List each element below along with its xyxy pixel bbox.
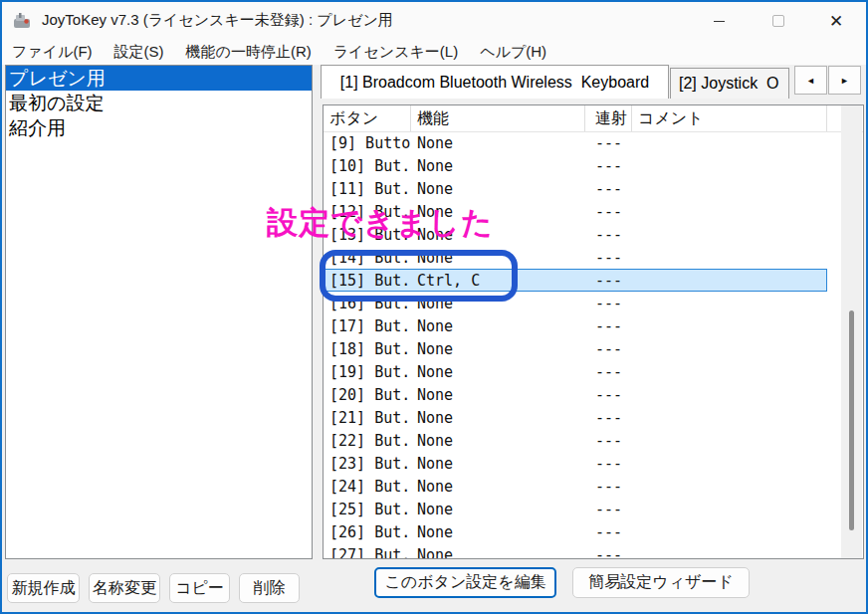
cell-turbo: --- [585,157,632,175]
tab-scroll-left-button[interactable]: ◄ [794,66,827,95]
table-row[interactable]: [26] But...None--- [324,520,827,543]
copy-profile-button[interactable]: コピー [169,573,230,603]
table-row[interactable]: [18] But...None--- [324,337,827,360]
table-row[interactable]: [17] But...None--- [324,314,827,337]
minimize-icon [714,21,725,22]
minimize-button[interactable] [693,2,745,40]
tab-device-2[interactable]: [2] Joystick O [670,68,789,99]
app-icon [12,11,34,31]
app-window: JoyToKey v7.3 (ライセンスキー未登録) : プレゼン用 ✕ ファイ… [0,0,868,614]
cell-function: None [411,501,585,518]
cell-button: [20] But... [324,386,411,404]
maximize-button[interactable] [753,2,804,40]
arrow-left-icon: ◄ [806,76,815,86]
menu-pause[interactable]: 機能の一時停止(R) [186,43,312,62]
close-icon: ✕ [829,13,843,30]
cell-turbo: --- [585,432,632,450]
table-row[interactable]: [9] ButtonNone--- [324,131,827,154]
table-header: ボタン 機能 連射 コメント [324,105,863,132]
cell-turbo: --- [585,386,632,404]
table-row[interactable]: [22] But...None--- [324,429,827,452]
cell-turbo: --- [585,546,632,559]
cell-turbo: --- [585,203,632,221]
cell-function: None [411,340,585,358]
table-row[interactable]: [11] But...None--- [324,177,827,200]
cell-button: [19] But... [324,363,411,381]
scrollbar-thumb[interactable] [849,310,854,530]
cell-function: None [411,317,585,335]
profile-item-intro[interactable]: 紹介用 [6,115,312,140]
cell-function: None [411,546,585,559]
cell-turbo: --- [585,363,632,381]
title-bar: JoyToKey v7.3 (ライセンスキー未登録) : プレゼン用 ✕ [2,2,866,40]
vertical-scrollbar[interactable] [841,105,862,558]
header-function[interactable]: 機能 [411,105,585,131]
rename-profile-button[interactable]: 名称変更 [89,573,160,603]
arrow-right-icon: ► [840,76,849,86]
cell-function: None [411,180,585,198]
menu-license[interactable]: ライセンスキー(L) [333,43,458,62]
cell-turbo: --- [585,478,632,496]
table-row[interactable]: [10] But...None--- [324,154,827,177]
menu-bar: ファイル(F) 設定(S) 機能の一時停止(R) ライセンスキー(L) ヘルプ(… [2,40,866,65]
close-button[interactable]: ✕ [810,2,862,40]
cell-button: [22] But... [324,432,411,450]
cell-turbo: --- [585,455,632,473]
cell-button: [27] But... [324,546,411,559]
table-row[interactable]: [25] But...None--- [324,498,827,520]
cell-turbo: --- [585,340,632,358]
table-row[interactable]: [23] But...None--- [324,452,827,475]
table-body: [9] ButtonNone---[10] But...None---[11] … [324,131,842,558]
cell-function: None [411,432,585,450]
profile-item-presentation[interactable]: プレゼン用 [6,66,312,91]
new-profile-button[interactable]: 新規作成 [7,573,80,603]
cell-turbo: --- [585,409,632,427]
cell-button: [18] But... [324,340,411,358]
cell-turbo: --- [585,317,632,335]
header-button[interactable]: ボタン [324,105,411,131]
delete-profile-button[interactable]: 削除 [239,573,300,603]
profile-listbox: プレゼン用 最初の設定 紹介用 [5,65,313,559]
cell-function: None [411,157,585,175]
table-row[interactable]: [27] But...None--- [324,543,827,558]
cell-button: [24] But... [324,478,411,496]
cell-button: [10] But... [324,157,411,175]
cell-turbo: --- [585,272,632,290]
quick-setup-wizard-button[interactable]: 簡易設定ウィザード [572,567,750,598]
cell-button: [25] But... [324,501,411,518]
tab-device-1[interactable]: [1] Broadcom Bluetooth Wireless Keyboard [321,65,669,99]
cell-turbo: --- [585,295,632,312]
callout-text: 設定できました [267,202,494,244]
cell-turbo: --- [585,134,632,152]
menu-file[interactable]: ファイル(F) [12,43,93,62]
table-row[interactable]: [19] But...None--- [324,360,827,383]
menu-settings[interactable]: 設定(S) [114,43,164,62]
maximize-icon [772,15,784,27]
cell-button: [21] But... [324,409,411,427]
header-turbo[interactable]: 連射 [585,105,632,131]
cell-button: [26] But... [324,523,411,541]
button-mapping-table: ボタン 機能 連射 コメント [9] ButtonNone---[10] But… [323,104,864,559]
cell-button: [17] But... [324,317,411,335]
cell-turbo: --- [585,226,632,244]
cell-function: None [411,455,585,473]
table-row[interactable]: [20] But...None--- [324,383,827,406]
tab-scroll-right-button[interactable]: ► [828,66,861,95]
edit-button-setting-button[interactable]: このボタン設定を編集 [374,567,556,598]
menu-help[interactable]: ヘルプ(H) [480,43,546,62]
table-row[interactable]: [21] But...None--- [324,406,827,429]
cell-button: [11] But... [324,180,411,198]
cell-button: [9] Button [324,134,411,152]
cell-function: None [411,409,585,427]
highlight-box [320,250,518,302]
cell-function: None [411,523,585,541]
table-row[interactable]: [24] But...None--- [324,475,827,498]
profile-item-initial[interactable]: 最初の設定 [6,91,312,115]
cell-function: None [411,134,585,152]
cell-turbo: --- [585,501,632,518]
cell-button: [23] But... [324,455,411,473]
cell-turbo: --- [585,180,632,198]
window-title: JoyToKey v7.3 (ライセンスキー未登録) : プレゼン用 [42,11,393,30]
header-comment[interactable]: コメント [632,105,827,131]
cell-turbo: --- [585,523,632,541]
